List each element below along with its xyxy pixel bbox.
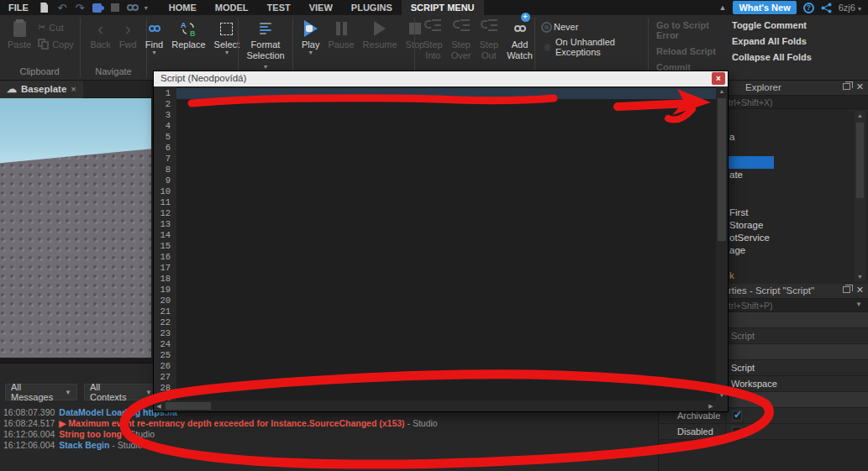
line-number[interactable]: 27 <box>154 372 176 383</box>
line-number[interactable]: 12 <box>154 208 176 219</box>
file-menu[interactable]: FILE <box>0 3 39 13</box>
share-icon[interactable] <box>821 3 832 13</box>
line-number[interactable]: 7 <box>154 154 176 165</box>
paste-button[interactable]: Paste <box>4 18 34 50</box>
action-go-to-script-error[interactable]: Go to Script Error <box>656 20 718 40</box>
plugin-icon[interactable] <box>92 2 103 13</box>
line-number[interactable]: 16 <box>154 252 176 263</box>
tab-baseplate[interactable]: ☁ Baseplate × <box>0 81 83 98</box>
line-number[interactable]: 9 <box>154 175 176 186</box>
line-number[interactable]: 15 <box>154 241 176 252</box>
filter-caret-icon[interactable]: ▼ <box>855 301 862 308</box>
step-over-button[interactable]: StepOver <box>448 18 475 61</box>
menu-tab-model[interactable]: MODEL <box>206 0 258 15</box>
pause-button[interactable]: Pause <box>324 18 357 50</box>
new-file-icon[interactable] <box>39 2 50 13</box>
collapse-ribbon-icon[interactable]: ▲ <box>719 3 727 12</box>
viewport-tab-close-icon[interactable]: × <box>71 84 76 94</box>
line-number-gutter[interactable]: 1234567891011121314151617181920212223242… <box>154 86 176 400</box>
format-selection-button[interactable]: Format Selection ▾ <box>243 18 287 71</box>
menu-tab-script-menu[interactable]: SCRIPT MENU <box>402 0 484 15</box>
code-area[interactable] <box>176 86 716 400</box>
menu-tab-test[interactable]: TEST <box>258 0 300 15</box>
viewport-3d-scene[interactable] <box>0 98 151 358</box>
message-filter-dropdown[interactable]: All Messages▼ <box>5 384 77 400</box>
play-button[interactable]: Play ▾ <box>298 18 323 56</box>
line-number[interactable]: 26 <box>154 361 176 372</box>
line-number[interactable]: 4 <box>154 121 176 132</box>
exception-radio-on-unhandled-exceptions[interactable]: On Unhandled Exceptions <box>544 37 639 57</box>
checkbox-checked[interactable]: ✓ <box>732 411 742 421</box>
float-panel-icon[interactable] <box>843 286 850 293</box>
output-message[interactable]: 16:08:24.517▶ Maximum event re-entrancy … <box>3 418 658 429</box>
line-number[interactable]: 20 <box>154 296 176 306</box>
horizontal-scroll-thumb[interactable] <box>166 402 211 410</box>
line-number[interactable]: 3 <box>154 110 176 121</box>
vertical-scroll-thumb[interactable] <box>718 98 726 241</box>
screenshot-icon[interactable] <box>109 2 121 13</box>
line-number[interactable]: 1 <box>154 88 176 99</box>
redo-icon[interactable]: ↷ <box>74 2 86 13</box>
cut-button[interactable]: ✂ Cut <box>36 20 76 34</box>
find-button[interactable]: Find ▾ <box>142 18 166 56</box>
line-number[interactable]: 5 <box>154 132 176 143</box>
horizontal-scrollbar[interactable]: ◀ ▶ <box>154 400 716 411</box>
line-number[interactable]: 23 <box>154 328 176 339</box>
checkbox-unchecked[interactable] <box>732 427 742 437</box>
whats-new-button[interactable]: What's New <box>733 1 796 14</box>
step-into-button[interactable]: StepInto <box>420 18 446 61</box>
add-watch-button[interactable]: + AddWatch <box>503 18 536 61</box>
script-tab-close-button[interactable]: × <box>712 72 725 85</box>
line-number[interactable]: 21 <box>154 306 176 317</box>
line-number[interactable]: 10 <box>154 186 176 197</box>
script-tab-title[interactable]: Script (Neodpovídá) <box>160 73 246 83</box>
version-selector[interactable]: 6zj6 ▾ <box>839 3 861 13</box>
action-expand-all-folds[interactable]: Expand All Folds <box>732 36 816 46</box>
resume-button[interactable]: Resume <box>360 18 401 50</box>
line-number[interactable]: 24 <box>154 339 176 350</box>
line-number[interactable]: 2 <box>154 99 176 110</box>
line-number[interactable]: 14 <box>154 230 176 241</box>
context-filter-dropdown[interactable]: All Contexts▼ <box>84 384 158 400</box>
action-reload-script[interactable]: Reload Script <box>656 46 718 56</box>
line-number[interactable]: 18 <box>154 274 176 285</box>
menu-tab-home[interactable]: HOME <box>160 0 206 15</box>
line-number[interactable]: 28 <box>154 383 176 394</box>
back-button[interactable]: ‹ Back <box>87 18 113 50</box>
scroll-up-icon[interactable]: ▲ <box>855 111 865 121</box>
menu-tab-view[interactable]: VIEW <box>300 0 342 15</box>
toolbar-caret-icon[interactable]: ▾ <box>145 4 148 12</box>
scroll-left-icon[interactable]: ◀ <box>154 400 164 411</box>
line-number[interactable]: 6 <box>154 143 176 154</box>
line-number[interactable]: 8 <box>154 165 176 175</box>
line-number[interactable]: 17 <box>154 263 176 274</box>
line-number[interactable]: 11 <box>154 197 176 208</box>
explorer-scrollbar[interactable]: ▲ ▼ <box>855 111 865 282</box>
scroll-up-icon[interactable]: ▲ <box>716 86 728 97</box>
step-out-button[interactable]: StepOut <box>476 18 502 61</box>
line-number[interactable]: 13 <box>154 219 176 230</box>
output-message[interactable]: 16:12:06.004String too long - Studio <box>3 429 658 440</box>
exception-radio-never[interactable]: Never <box>544 22 639 32</box>
properties-close-icon[interactable]: ✕ <box>856 285 864 294</box>
action-toggle-comment[interactable]: Toggle Comment <box>732 20 816 30</box>
output-message[interactable]: 16:12:06.004Stack Begin - Studio <box>3 440 658 451</box>
float-panel-icon[interactable] <box>843 83 850 90</box>
scroll-right-icon[interactable]: ▶ <box>706 400 716 411</box>
scroll-down-icon[interactable]: ▼ <box>716 390 728 400</box>
replace-button[interactable]: A B Replace <box>168 18 208 50</box>
property-row-disabled[interactable]: Disabled <box>659 424 868 440</box>
line-number[interactable]: 22 <box>154 317 176 328</box>
forward-button[interactable]: › Fwd <box>116 18 140 50</box>
action-collapse-all-folds[interactable]: Collapse All Folds <box>732 52 816 62</box>
line-number[interactable]: 25 <box>154 350 176 361</box>
explorer-close-icon[interactable]: ✕ <box>856 82 864 91</box>
menu-tab-plugins[interactable]: PLUGINS <box>342 0 402 15</box>
explorer-scroll-thumb[interactable] <box>856 123 864 198</box>
scroll-down-icon[interactable]: ▼ <box>855 272 865 282</box>
line-number[interactable]: 19 <box>154 285 176 296</box>
vertical-scrollbar[interactable]: ▲ ▼ <box>716 86 728 400</box>
find-toolbar-icon[interactable] <box>127 2 139 13</box>
undo-icon[interactable]: ↶ <box>56 2 68 13</box>
help-icon[interactable]: ? <box>803 3 814 13</box>
